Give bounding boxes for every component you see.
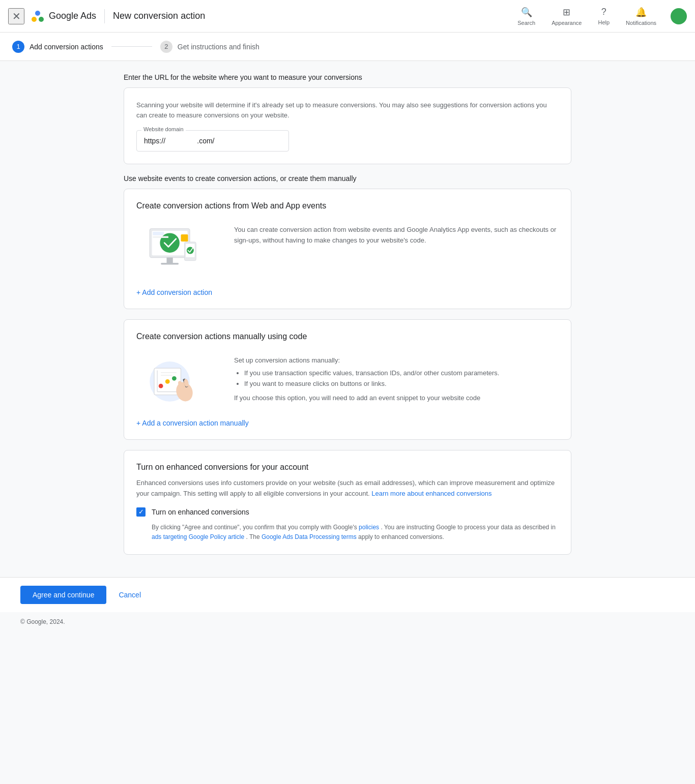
main-content: Enter the URL for the website where you … [103, 61, 592, 577]
policies-link[interactable]: policies [359, 524, 379, 531]
svg-point-1 [39, 17, 44, 22]
enhanced-title: Turn on enhanced conversions for your ac… [136, 463, 559, 472]
url-description: Scanning your website will determine if … [136, 100, 559, 120]
manual-desc-outro: If you choose this option, you will need… [234, 393, 559, 404]
help-label: Help [598, 19, 610, 25]
enhanced-conversions-card: Turn on enhanced conversions for your ac… [124, 450, 571, 555]
web-app-card-content: You can create conversion action from we… [136, 221, 559, 278]
search-label: Search [517, 20, 535, 26]
search-icon: 🔍 [521, 7, 532, 18]
learn-more-link[interactable]: Learn more about enhanced conversions [371, 490, 491, 497]
manual-card-text: Set up conversion actions manually: If y… [234, 351, 559, 404]
agree-continue-button[interactable]: Agree and continue [20, 586, 106, 604]
monitor-svg [136, 221, 208, 277]
brand-name: Google Ads [49, 11, 96, 21]
add-conversion-action-button[interactable]: + Add conversion action [136, 288, 212, 296]
header: ✕ Google Ads New conversion action 🔍 Sea… [0, 0, 695, 33]
google-ads-logo[interactable]: Google Ads [31, 9, 96, 23]
svg-point-16 [159, 384, 163, 388]
svg-rect-6 [167, 258, 173, 263]
help-icon: ? [601, 7, 606, 17]
step-connector [111, 46, 152, 47]
copyright: © Google, 2024. [0, 612, 695, 631]
code-svg [136, 351, 208, 407]
use-section: Use website events to create conversion … [124, 174, 571, 183]
step-2: 2 Get instructions and finish [160, 41, 259, 53]
google-ads-logo-icon [31, 9, 45, 23]
web-app-card-text: You can create conversion action from we… [234, 221, 559, 246]
enhanced-conversions-checkbox[interactable]: ✓ [136, 507, 146, 517]
website-domain-input[interactable] [136, 130, 289, 152]
search-button[interactable]: 🔍 Search [511, 5, 541, 28]
svg-point-17 [165, 379, 170, 384]
enhanced-description: Enhanced conversions uses info customers… [136, 478, 559, 499]
svg-point-18 [172, 376, 177, 381]
manual-bullet-1: If you use transaction specific values, … [244, 368, 559, 379]
ads-targeting-link[interactable]: ads targeting Google Policy article [152, 533, 244, 540]
step-1-label: Add conversion actions [30, 43, 103, 51]
appearance-button[interactable]: ⊞ Appearance [545, 5, 588, 28]
svg-rect-11 [181, 234, 188, 242]
step-2-circle: 2 [160, 41, 172, 53]
step-1: 1 Add conversion actions [12, 41, 103, 53]
web-app-illustration [136, 221, 218, 278]
manual-card-title: Create conversion actions manually using… [136, 332, 559, 341]
cancel-button[interactable]: Cancel [114, 586, 145, 604]
notifications-label: Notifications [626, 20, 656, 26]
svg-rect-12 [153, 232, 164, 235]
web-app-card-title: Create conversion actions from Web and A… [136, 201, 559, 210]
add-conversion-action-manually-button[interactable]: + Add a conversion action manually [136, 419, 249, 427]
step-2-label: Get instructions and finish [178, 43, 259, 51]
web-app-card: Create conversion actions from Web and A… [124, 189, 571, 309]
terms-text: By clicking "Agree and continue", you co… [136, 523, 559, 542]
url-card: Scanning your website will determine if … [124, 87, 571, 164]
input-label: Website domain [141, 126, 186, 132]
enhanced-checkbox-row: ✓ Turn on enhanced conversions [136, 507, 559, 517]
svg-point-0 [32, 17, 37, 22]
use-section-heading: Use website events to create conversion … [124, 174, 571, 183]
manual-bullet-2: If you want to measure clicks on buttons… [244, 379, 559, 389]
stepper: 1 Add conversion actions 2 Get instructi… [0, 33, 695, 61]
svg-rect-7 [161, 263, 179, 265]
manual-illustration [136, 351, 218, 409]
checkbox-check-icon: ✓ [138, 508, 144, 516]
footer-bar: Agree and continue Cancel [0, 577, 695, 612]
header-divider [104, 9, 105, 23]
svg-rect-13 [153, 236, 168, 238]
notifications-icon: 🔔 [635, 7, 647, 18]
url-section-heading: Enter the URL for the website where you … [124, 73, 571, 81]
help-button[interactable]: ? Help [592, 5, 616, 27]
data-processing-link[interactable]: Google Ads Data Processing terms [262, 533, 357, 540]
header-actions: 🔍 Search ⊞ Appearance ? Help 🔔 Notificat… [511, 5, 687, 28]
appearance-label: Appearance [552, 20, 582, 26]
svg-point-5 [160, 233, 180, 253]
step-1-circle: 1 [12, 41, 24, 53]
website-domain-input-group: Website domain [136, 130, 289, 152]
manual-card: Create conversion actions manually using… [124, 319, 571, 440]
manual-desc-intro: Set up conversion actions manually: [234, 355, 559, 366]
svg-point-2 [35, 11, 40, 16]
enhanced-checkbox-label: Turn on enhanced conversions [152, 508, 249, 516]
avatar[interactable] [671, 8, 687, 24]
page-title: New conversion action [113, 11, 205, 21]
manual-card-content: Set up conversion actions manually: If y… [136, 351, 559, 409]
notifications-button[interactable]: 🔔 Notifications [620, 5, 662, 28]
close-button[interactable]: ✕ [8, 8, 24, 24]
appearance-icon: ⊞ [563, 7, 570, 18]
